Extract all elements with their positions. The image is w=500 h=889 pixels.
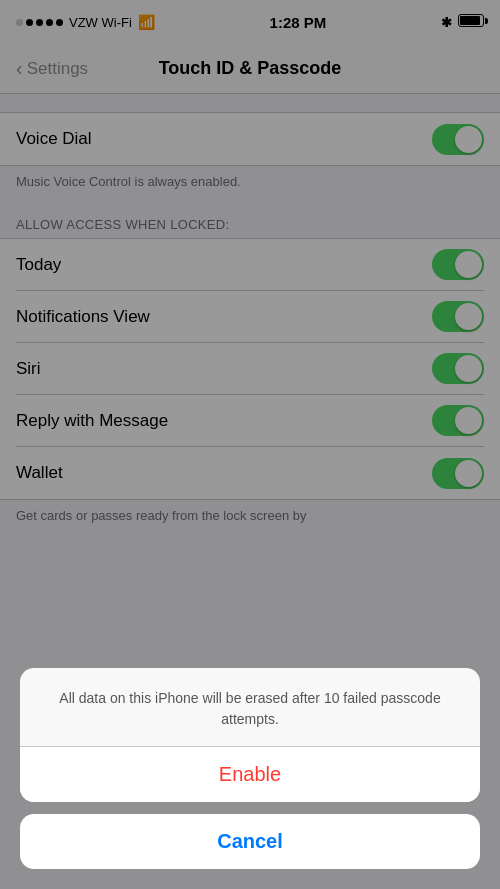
modal-overlay: All data on this iPhone will be erased a…: [0, 0, 500, 889]
cancel-card: Cancel: [20, 814, 480, 869]
alert-message: All data on this iPhone will be erased a…: [20, 668, 480, 747]
alert-card: All data on this iPhone will be erased a…: [20, 668, 480, 802]
enable-button[interactable]: Enable: [20, 747, 480, 802]
cancel-button[interactable]: Cancel: [20, 814, 480, 869]
